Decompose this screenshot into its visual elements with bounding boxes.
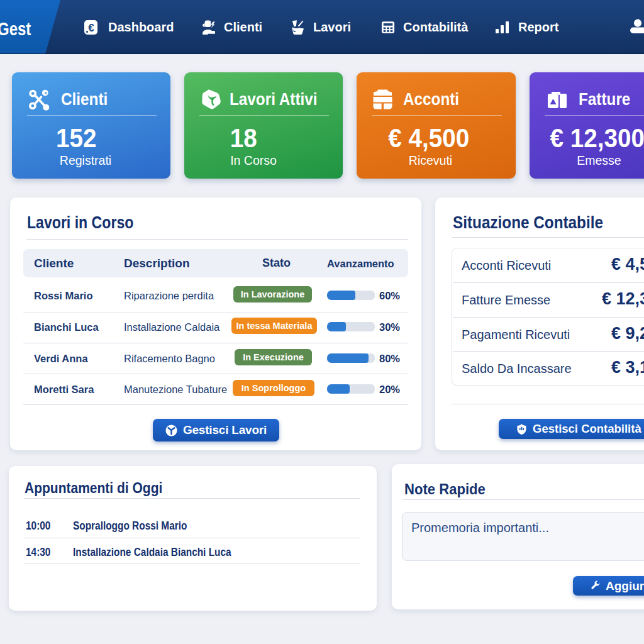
svg-text:€: € <box>88 22 94 34</box>
